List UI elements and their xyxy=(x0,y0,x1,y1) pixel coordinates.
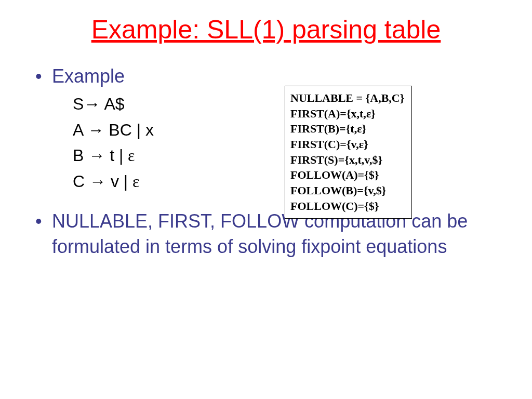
epsilon-symbol: ε xyxy=(366,107,371,120)
bullet-example: Example xyxy=(35,65,511,87)
arrow-icon: → xyxy=(89,169,106,195)
arrow-icon: → xyxy=(84,91,100,117)
info-follow-c: FOLLOW(C)={$} xyxy=(290,198,404,214)
info-nullable: NULLABLE = {A,B,C} xyxy=(290,90,404,106)
slide-title: Example: SLL(1) parsing table xyxy=(0,0,532,65)
epsilon-symbol: ε xyxy=(132,172,139,191)
first-follow-box: NULLABLE = {A,B,C} FIRST(A)={x,t,ε} FIRS… xyxy=(285,86,412,219)
arrow-icon: → xyxy=(88,143,105,169)
rhs: t | xyxy=(105,146,128,165)
lhs: B xyxy=(73,146,88,165)
epsilon-symbol: ε xyxy=(357,122,362,135)
bullet-computation: NULLABLE, FIRST, FOLLOW computation can … xyxy=(35,209,511,259)
lhs: C xyxy=(73,172,89,191)
info-follow-a: FOLLOW(A)={$} xyxy=(290,167,404,183)
lhs: S xyxy=(73,95,84,113)
info-first-s: FIRST(S)={x,t,v,$} xyxy=(290,152,404,168)
info-follow-b: FOLLOW(B)={v,$} xyxy=(290,183,404,198)
grammar-block: S→ A$ A → BC | x B → t | ε C → v | ε xyxy=(35,91,511,194)
slide-body: Example S→ A$ A → BC | x B → t | ε C → v… xyxy=(0,65,532,260)
lhs: A xyxy=(73,121,87,139)
info-first-b: FIRST(B)={t,ε} xyxy=(290,121,404,137)
rhs: BC | x xyxy=(104,121,153,139)
info-first-a: FIRST(A)={x,t,ε} xyxy=(290,106,404,122)
info-first-c: FIRST(C)={v,ε} xyxy=(290,137,404,152)
epsilon-symbol: ε xyxy=(359,138,364,151)
rhs: v | xyxy=(106,172,132,191)
arrow-icon: → xyxy=(87,117,104,143)
epsilon-symbol: ε xyxy=(128,146,135,165)
rhs: A$ xyxy=(100,95,124,113)
